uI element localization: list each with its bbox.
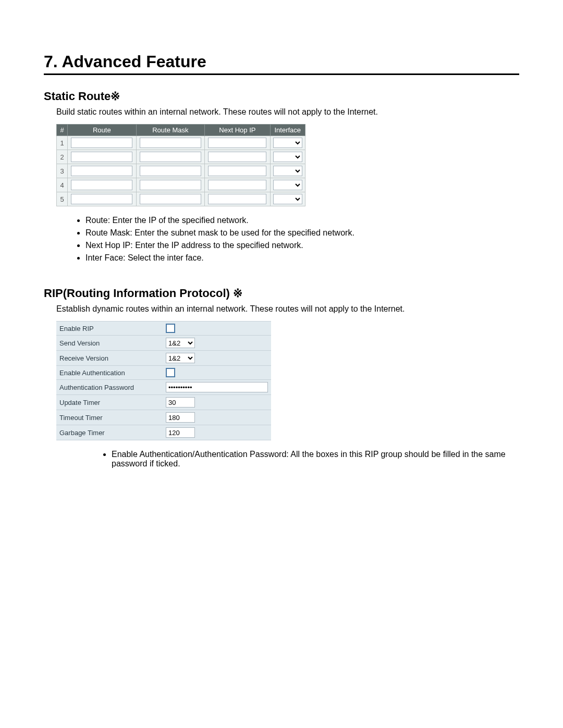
next-hop-input[interactable] (208, 180, 266, 190)
chapter-heading: 7. Advanced Feature (44, 52, 519, 75)
row-number: 1 (57, 136, 68, 150)
table-row: 1 (57, 136, 305, 150)
static-route-bullets: Route: Enter the IP of the specified net… (85, 216, 519, 263)
interface-select[interactable] (273, 152, 302, 162)
row-number: 4 (57, 178, 68, 192)
enable-rip-checkbox[interactable] (166, 324, 175, 333)
rip-row: Enable Authentication (56, 366, 271, 380)
timeout-timer-input[interactable] (166, 412, 195, 423)
route-mask-input[interactable] (140, 152, 201, 162)
list-item: Route: Enter the IP of the specified net… (85, 216, 519, 225)
rip-label: Update Timer (56, 395, 163, 410)
route-mask-input[interactable] (140, 194, 201, 204)
rip-bullets: Enable Authentication/Authentication Pas… (112, 450, 519, 468)
table-header-row: # Route Route Mask Next Hop IP Interface (57, 125, 305, 136)
route-mask-input[interactable] (140, 180, 201, 190)
rip-row: Receive Version 1&2 (56, 351, 271, 366)
update-timer-input[interactable] (166, 397, 195, 408)
route-input[interactable] (71, 194, 132, 204)
rip-row: Authentication Password (56, 380, 271, 395)
rip-figure: Enable RIP Send Version 1&2 Receive Vers… (56, 321, 519, 440)
rip-label: Authentication Password (56, 380, 163, 395)
static-route-intro: Build static routes within an internal n… (56, 107, 519, 117)
interface-select[interactable] (273, 194, 302, 204)
table-row: 4 (57, 178, 305, 192)
interface-select[interactable] (273, 166, 302, 176)
rip-row: Update Timer (56, 395, 271, 410)
static-route-figure: # Route Route Mask Next Hop IP Interface… (56, 124, 519, 206)
rip-row: Enable RIP (56, 322, 271, 336)
list-item: Enable Authentication/Authentication Pas… (112, 450, 519, 468)
row-number: 5 (57, 192, 68, 206)
rip-label: Send Version (56, 336, 163, 351)
rip-label: Enable Authentication (56, 366, 163, 380)
list-item: Inter Face: Select the inter face. (85, 253, 519, 263)
col-header-route: Route (68, 125, 137, 136)
table-row: 2 (57, 150, 305, 164)
static-route-heading: Static Route※ (44, 90, 519, 103)
route-input[interactable] (71, 180, 132, 190)
interface-select[interactable] (273, 138, 302, 148)
next-hop-input[interactable] (208, 194, 266, 204)
rip-label: Garbage Timer (56, 425, 163, 440)
document-page: 7. Advanced Feature Static Route※ Build … (0, 0, 563, 728)
route-mask-input[interactable] (140, 166, 201, 176)
auth-password-input[interactable] (166, 382, 268, 392)
list-item: Next Hop IP: Enter the IP address to the… (85, 241, 519, 250)
route-input[interactable] (71, 138, 132, 148)
col-header-mask: Route Mask (136, 125, 205, 136)
garbage-timer-input[interactable] (166, 427, 195, 438)
table-row: 5 (57, 192, 305, 206)
col-header-hop: Next Hop IP (205, 125, 270, 136)
static-route-table: # Route Route Mask Next Hop IP Interface… (56, 124, 305, 206)
interface-select[interactable] (273, 180, 302, 190)
next-hop-input[interactable] (208, 138, 266, 148)
route-input[interactable] (71, 166, 132, 176)
col-header-num: # (57, 125, 68, 136)
rip-label: Receive Version (56, 351, 163, 366)
list-item: Route Mask: Enter the subnet mask to be … (85, 228, 519, 238)
rip-row: Send Version 1&2 (56, 336, 271, 351)
row-number: 3 (57, 164, 68, 178)
rip-row: Timeout Timer (56, 410, 271, 425)
route-input[interactable] (71, 152, 132, 162)
rip-row: Garbage Timer (56, 425, 271, 440)
receive-version-select[interactable]: 1&2 (166, 353, 195, 363)
enable-auth-checkbox[interactable] (166, 368, 175, 377)
rip-intro: Establish dynamic routes within an inter… (56, 304, 519, 314)
next-hop-input[interactable] (208, 166, 266, 176)
send-version-select[interactable]: 1&2 (166, 338, 195, 348)
col-header-iface: Interface (270, 125, 305, 136)
route-mask-input[interactable] (140, 138, 201, 148)
rip-label: Enable RIP (56, 322, 163, 336)
row-number: 2 (57, 150, 68, 164)
next-hop-input[interactable] (208, 152, 266, 162)
rip-label: Timeout Timer (56, 410, 163, 425)
rip-heading: RIP(Routing Information Protocol) ※ (44, 287, 519, 300)
table-row: 3 (57, 164, 305, 178)
rip-settings-table: Enable RIP Send Version 1&2 Receive Vers… (56, 321, 271, 440)
